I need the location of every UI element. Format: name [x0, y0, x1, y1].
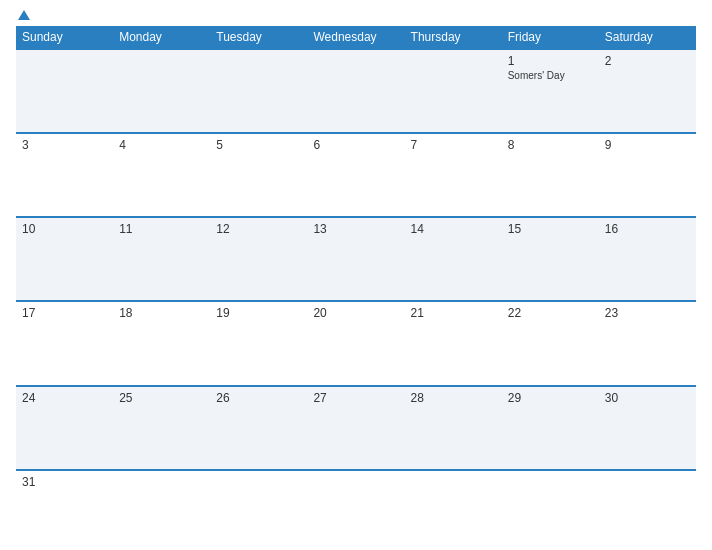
- weekday-header-saturday: Saturday: [599, 26, 696, 49]
- day-number: 9: [605, 138, 690, 152]
- calendar-week-row: 24252627282930: [16, 386, 696, 470]
- day-number: 15: [508, 222, 593, 236]
- day-number: 19: [216, 306, 301, 320]
- day-number: 13: [313, 222, 398, 236]
- calendar-cell: [307, 49, 404, 133]
- day-number: 30: [605, 391, 690, 405]
- weekday-header-monday: Monday: [113, 26, 210, 49]
- day-number: 28: [411, 391, 496, 405]
- calendar-cell: [210, 470, 307, 540]
- day-number: 1: [508, 54, 593, 68]
- calendar-cell: 29: [502, 386, 599, 470]
- weekday-header-friday: Friday: [502, 26, 599, 49]
- calendar-cell: 14: [405, 217, 502, 301]
- calendar-cell: [307, 470, 404, 540]
- day-number: 27: [313, 391, 398, 405]
- calendar-week-row: 10111213141516: [16, 217, 696, 301]
- day-number: 21: [411, 306, 496, 320]
- day-number: 31: [22, 475, 107, 489]
- calendar-cell: 28: [405, 386, 502, 470]
- calendar-cell: 15: [502, 217, 599, 301]
- calendar-cell: 17: [16, 301, 113, 385]
- calendar-cell: 31: [16, 470, 113, 540]
- page: SundayMondayTuesdayWednesdayThursdayFrid…: [0, 0, 712, 550]
- weekday-header-sunday: Sunday: [16, 26, 113, 49]
- calendar-cell: 12: [210, 217, 307, 301]
- calendar-cell: 30: [599, 386, 696, 470]
- day-number: 18: [119, 306, 204, 320]
- day-number: 23: [605, 306, 690, 320]
- calendar-table: SundayMondayTuesdayWednesdayThursdayFrid…: [16, 26, 696, 540]
- calendar-cell: [210, 49, 307, 133]
- calendar-cell: [405, 49, 502, 133]
- calendar-cell: 4: [113, 133, 210, 217]
- calendar-cell: 21: [405, 301, 502, 385]
- calendar-week-row: 17181920212223: [16, 301, 696, 385]
- day-number: 24: [22, 391, 107, 405]
- calendar-week-row: 1Somers' Day2: [16, 49, 696, 133]
- calendar-cell: 22: [502, 301, 599, 385]
- calendar-cell: 5: [210, 133, 307, 217]
- calendar-cell: [405, 470, 502, 540]
- day-number: 17: [22, 306, 107, 320]
- day-number: 8: [508, 138, 593, 152]
- calendar-cell: [113, 470, 210, 540]
- day-number: 10: [22, 222, 107, 236]
- day-number: 7: [411, 138, 496, 152]
- calendar-cell: 8: [502, 133, 599, 217]
- calendar-body: 1Somers' Day2345678910111213141516171819…: [16, 49, 696, 540]
- calendar-cell: 13: [307, 217, 404, 301]
- calendar-cell: 3: [16, 133, 113, 217]
- calendar-cell: 19: [210, 301, 307, 385]
- calendar-header: [16, 10, 696, 20]
- calendar-cell: 27: [307, 386, 404, 470]
- calendar-cell: [502, 470, 599, 540]
- holiday-label: Somers' Day: [508, 70, 593, 81]
- day-number: 12: [216, 222, 301, 236]
- calendar-cell: 6: [307, 133, 404, 217]
- weekday-header-thursday: Thursday: [405, 26, 502, 49]
- day-number: 5: [216, 138, 301, 152]
- calendar-week-row: 3456789: [16, 133, 696, 217]
- day-number: 25: [119, 391, 204, 405]
- calendar-cell: 25: [113, 386, 210, 470]
- logo-blue: [16, 10, 30, 20]
- day-number: 16: [605, 222, 690, 236]
- logo-triangle-icon: [18, 10, 30, 20]
- calendar-cell: 23: [599, 301, 696, 385]
- day-number: 29: [508, 391, 593, 405]
- logo: [16, 10, 30, 20]
- day-number: 22: [508, 306, 593, 320]
- calendar-cell: 11: [113, 217, 210, 301]
- day-number: 20: [313, 306, 398, 320]
- day-number: 11: [119, 222, 204, 236]
- calendar-cell: 1Somers' Day: [502, 49, 599, 133]
- day-number: 4: [119, 138, 204, 152]
- calendar-cell: [113, 49, 210, 133]
- calendar-cell: 20: [307, 301, 404, 385]
- day-number: 2: [605, 54, 690, 68]
- calendar-cell: 9: [599, 133, 696, 217]
- calendar-cell: 18: [113, 301, 210, 385]
- calendar-cell: 10: [16, 217, 113, 301]
- weekday-header-tuesday: Tuesday: [210, 26, 307, 49]
- calendar-cell: 7: [405, 133, 502, 217]
- calendar-cell: 2: [599, 49, 696, 133]
- day-number: 14: [411, 222, 496, 236]
- calendar-cell: 26: [210, 386, 307, 470]
- calendar-cell: [16, 49, 113, 133]
- weekday-header-wednesday: Wednesday: [307, 26, 404, 49]
- day-number: 6: [313, 138, 398, 152]
- calendar-header-row: SundayMondayTuesdayWednesdayThursdayFrid…: [16, 26, 696, 49]
- calendar-cell: 24: [16, 386, 113, 470]
- calendar-cell: [599, 470, 696, 540]
- calendar: SundayMondayTuesdayWednesdayThursdayFrid…: [16, 26, 696, 540]
- day-number: 26: [216, 391, 301, 405]
- calendar-week-row: 31: [16, 470, 696, 540]
- calendar-cell: 16: [599, 217, 696, 301]
- day-number: 3: [22, 138, 107, 152]
